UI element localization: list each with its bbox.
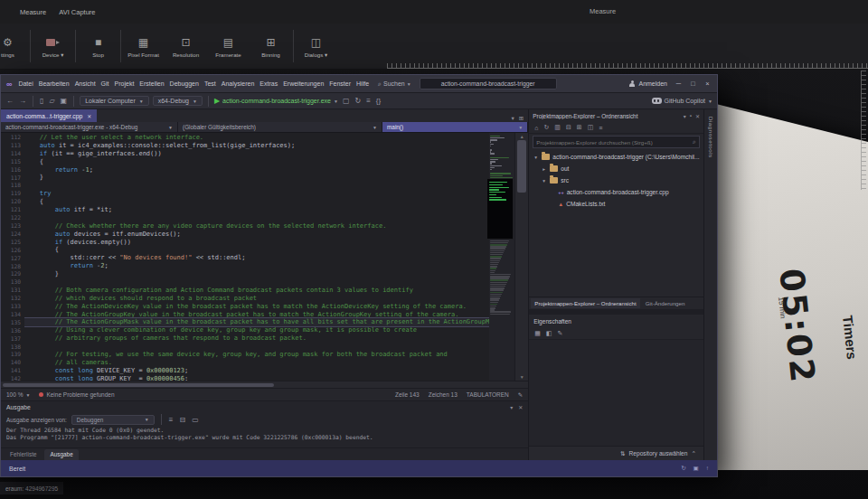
code-line[interactable]: {	[24, 158, 528, 166]
capture-tool-framerate[interactable]: ▤Framerate	[207, 25, 250, 68]
vs-menu-datei[interactable]: Datei	[15, 79, 35, 89]
vs-menu-analysieren[interactable]: Analysieren	[219, 79, 258, 89]
problems-indicator[interactable]: Keine Probleme gefunden	[39, 391, 114, 398]
code-line[interactable]: // Using a clever combination of device …	[24, 326, 528, 334]
configuration-dropdown[interactable]: x64-Debug▼	[153, 96, 203, 106]
capture-tool-pixel-format[interactable]: ▦Pixel Format	[122, 25, 165, 68]
collapse-all-icon[interactable]: ⊟	[566, 124, 571, 131]
target-machine-dropdown[interactable]: Lokaler Computer▼	[80, 96, 149, 106]
vs-menu-erweiterungen[interactable]: Erweiterungen	[280, 79, 326, 89]
code-line[interactable]: auto devices = itf.enumDevices();	[24, 231, 528, 239]
braces-icon[interactable]: {}	[375, 97, 382, 105]
show-all-files-icon[interactable]: ◫	[588, 124, 594, 131]
solution-search-input[interactable]	[536, 139, 693, 146]
sign-in-button[interactable]: Anmelden	[628, 80, 667, 88]
scroll-down-icon[interactable]: ▼	[515, 374, 528, 380]
code-line[interactable]: // arbitrary groups of cameras that resp…	[24, 334, 528, 343]
close-button[interactable]: ×	[701, 78, 714, 90]
indentation-indicator[interactable]: TABULATOREN	[467, 391, 509, 398]
code-line[interactable]: // Check whether there are any video cap…	[24, 222, 528, 231]
capture-menu-avi-capture[interactable]: AVI Capture	[59, 8, 95, 16]
pin-output-icon[interactable]: ▭	[191, 416, 200, 424]
tree-item-action-command-broadcast-trigger-c-users[interactable]: ▾ action-command-broadcast-trigger (C:\U…	[529, 151, 703, 163]
maximize-button[interactable]: □	[686, 78, 700, 90]
capture-menu-measure[interactable]: Measure	[20, 8, 46, 16]
vs-menu-extras[interactable]: Extras	[257, 79, 280, 89]
scroll-up-icon[interactable]: ▲	[515, 134, 528, 139]
code-line[interactable]: return -2;	[24, 262, 528, 270]
code-line[interactable]: {	[24, 246, 528, 254]
tree-item-src[interactable]: ▾ src	[529, 174, 703, 186]
notifications-icon[interactable]: ▣	[693, 465, 699, 472]
code-line[interactable]: if (devices.empty())	[24, 239, 528, 247]
side-tab-diagnostics[interactable]: Diagnosetools	[708, 117, 714, 460]
expander-icon[interactable]: ▾	[533, 155, 539, 160]
vertical-scrollbar[interactable]: ▲ ▼	[514, 133, 528, 381]
output-source-dropdown[interactable]: Debuggen▼	[71, 415, 155, 425]
dock-tab-projektmappen-explorer-ordneransicht[interactable]: Projektmappen-Explorer – Ordneransicht	[531, 298, 639, 308]
forward-icon[interactable]: →	[18, 97, 27, 105]
categorized-icon[interactable]: ▦	[534, 330, 541, 337]
expander-icon[interactable]: ▾	[541, 178, 547, 184]
code-line[interactable]: // Both camera configuration and Action …	[24, 287, 528, 295]
code-editor[interactable]: 1121131141151161171181191201211221231241…	[1, 133, 528, 381]
code-line[interactable]: return -1;	[24, 166, 528, 174]
vs-menu-git[interactable]: Git	[99, 79, 112, 89]
close-panel-icon[interactable]: ✕	[518, 404, 523, 410]
nav-scope-dropdown[interactable]: (Globaler Gültigkeitsbereich)▼	[178, 122, 382, 132]
horizontal-scrollbar-thumb[interactable]	[3, 383, 274, 387]
vs-menu-fenster[interactable]: Fenster	[326, 79, 354, 89]
minimize-button[interactable]: ─	[672, 78, 685, 90]
panel-tab-ausgabe[interactable]: Ausgabe	[44, 449, 78, 460]
code-line[interactable]: // which devices should respond to a bro…	[24, 295, 528, 303]
clear-output-icon[interactable]: ⊟	[178, 416, 186, 424]
publish-icon[interactable]: ↑	[706, 465, 709, 472]
close-panel-icon[interactable]: ✕	[695, 113, 700, 119]
capture-tool-stop[interactable]: ■Stop	[77, 25, 119, 68]
output-text[interactable]: Der Thread 26584 hat mit Code 0 (0x0) ge…	[1, 426, 528, 447]
code-line[interactable]: try	[24, 190, 528, 198]
alphabetical-icon[interactable]: ◧	[546, 330, 552, 337]
zoom-dropdown[interactable]: 100 %▼	[6, 391, 30, 398]
code-line[interactable]: // Let the user select a network interfa…	[24, 134, 528, 142]
chevron-down-icon[interactable]: ▾	[684, 113, 686, 119]
code-line[interactable]: {	[24, 198, 528, 206]
code-line[interactable]: // The ActionGroupKey value in the broad…	[24, 311, 528, 319]
code-line[interactable]: // For testing, we use the same device k…	[24, 351, 528, 359]
new-file-icon[interactable]: ▯	[39, 97, 44, 105]
code-line[interactable]: // The ActionDeviceKey value in the broa…	[24, 303, 528, 311]
vertical-scrollbar-thumb[interactable]	[517, 140, 526, 193]
switch-view-icon[interactable]: ▥	[554, 124, 561, 131]
repository-selector[interactable]: ⇅ Repository auswählen ⌃	[529, 446, 703, 460]
code-line[interactable]: // all cameras.	[24, 359, 528, 367]
code-line[interactable]: if (it == gige_interfaces.end())	[24, 150, 528, 158]
vs-search-control[interactable]: ⌕ Suchen ▼	[378, 80, 411, 88]
pin-icon[interactable]: ▪	[690, 113, 692, 119]
vs-menu-erstellen[interactable]: Erstellen	[137, 79, 166, 89]
save-icon[interactable]: ▣	[60, 97, 69, 105]
expand-all-icon[interactable]: ⊞	[577, 124, 582, 131]
expander-icon[interactable]: ▸	[541, 166, 547, 172]
back-icon[interactable]: ←	[5, 97, 14, 105]
panel-tab-fehlerliste[interactable]: Fehlerliste	[5, 449, 42, 460]
run-button[interactable]: ▶ action-command-broadcast-trigger.exe ▼	[214, 97, 338, 105]
vs-menu-projekt[interactable]: Projekt	[112, 79, 137, 89]
editor-tab-active[interactable]: action-comma...t-trigger.cpp ✕	[1, 109, 97, 122]
code-line[interactable]: // The ActionGroupMask value in the broa…	[24, 318, 528, 326]
tab-list-icon[interactable]: ▾	[512, 115, 514, 122]
capture-tool-dialogs[interactable]: ◫Dialogs ▾	[295, 25, 337, 68]
open-file-icon[interactable]: ▱	[48, 97, 55, 105]
debug-tool-icon[interactable]: ▢	[342, 97, 351, 105]
code-lines[interactable]: // Let the user select a network interfa…	[24, 133, 528, 381]
minimap[interactable]	[489, 133, 514, 381]
property-pages-icon[interactable]: ✎	[558, 330, 563, 337]
capture-tool-resolution[interactable]: ⊡Resolution	[165, 25, 207, 68]
tree-item-out[interactable]: ▸ out	[529, 163, 703, 174]
horizontal-scrollbar[interactable]	[1, 381, 528, 388]
sync-icon[interactable]: ↻	[681, 465, 685, 472]
code-line[interactable]: }	[24, 174, 528, 182]
code-line[interactable]	[24, 182, 528, 190]
code-line[interactable]: auto itf = *it;	[24, 206, 528, 214]
vs-menu-hilfe[interactable]: Hilfe	[354, 79, 372, 89]
tree-item-action-command-broadcast-trigger-cpp[interactable]: ++ action-command-broadcast-trigger.cpp	[529, 186, 703, 198]
